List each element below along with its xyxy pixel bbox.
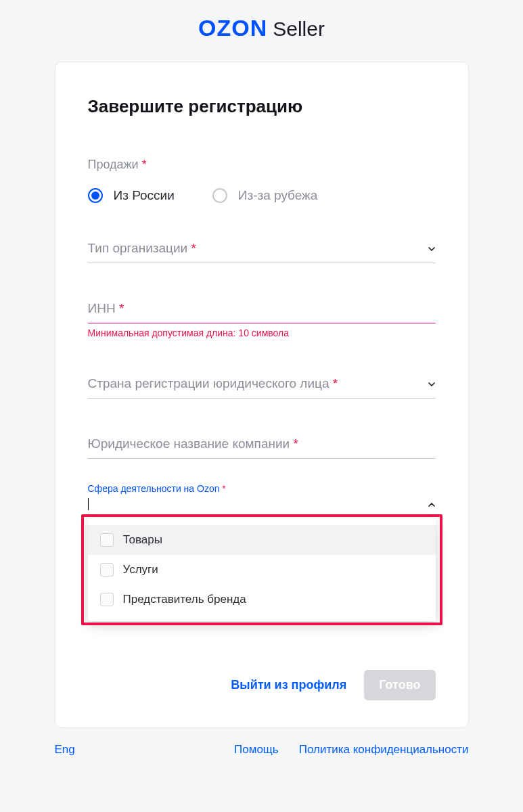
- sales-label: Продажи *: [88, 158, 436, 172]
- chevron-up-icon: [426, 499, 436, 509]
- radio-unchecked-icon: [212, 188, 227, 203]
- footer: Eng Помощь Политика конфиденциальности: [55, 743, 469, 757]
- checkbox-unchecked-icon: [100, 593, 114, 606]
- inn-label: ИНН *: [88, 301, 124, 316]
- company-name-label: Юридическое название компании *: [88, 436, 298, 451]
- radio-from-russia[interactable]: Из России: [88, 188, 175, 203]
- sales-radio-group: Из России Из-за рубежа: [88, 188, 436, 203]
- page-title: Завершите регистрацию: [88, 96, 436, 117]
- submit-button[interactable]: Готово: [364, 670, 435, 700]
- text-caret-icon: [88, 498, 89, 510]
- logo: OZON Seller: [198, 15, 325, 41]
- org-type-field[interactable]: Тип организации *: [88, 241, 436, 263]
- activity-option-services[interactable]: Услуги: [88, 555, 436, 585]
- activity-field[interactable]: Сфера деятельности на Ozon * Товары: [88, 483, 436, 621]
- logout-link[interactable]: Выйти из профиля: [231, 678, 346, 692]
- country-field[interactable]: Страна регистрации юридического лица *: [88, 376, 436, 399]
- logo-suffix: Seller: [273, 18, 325, 41]
- chevron-down-icon: [426, 244, 436, 253]
- radio-checked-icon: [88, 188, 103, 203]
- logo-brand: OZON: [198, 15, 267, 41]
- activity-option-brand-rep[interactable]: Представитель бренда: [88, 585, 436, 614]
- checkbox-unchecked-icon: [100, 533, 114, 547]
- checkbox-unchecked-icon: [100, 563, 114, 577]
- registration-card: Завершите регистрацию Продажи * Из Росси…: [55, 62, 469, 728]
- country-label: Страна регистрации юридического лица *: [88, 376, 338, 391]
- activity-option-goods[interactable]: Товары: [88, 525, 436, 555]
- form-actions: Выйти из профиля Готово: [88, 670, 436, 700]
- privacy-link[interactable]: Политика конфиденциальности: [299, 743, 469, 757]
- activity-dropdown: Товары Услуги Представитель бренда: [88, 518, 436, 621]
- radio-from-abroad[interactable]: Из-за рубежа: [212, 188, 318, 203]
- org-type-label: Тип организации *: [88, 241, 196, 256]
- company-name-field[interactable]: Юридическое название компании *: [88, 436, 436, 459]
- chevron-down-icon: [426, 379, 436, 388]
- activity-float-label: Сфера деятельности на Ozon *: [88, 483, 436, 494]
- inn-field[interactable]: ИНН * Минимальная допустимая длина: 10 с…: [88, 301, 436, 338]
- inn-error-message: Минимальная допустимая длина: 10 символа: [88, 328, 436, 338]
- help-link[interactable]: Помощь: [234, 743, 279, 757]
- lang-switch[interactable]: Eng: [55, 743, 75, 757]
